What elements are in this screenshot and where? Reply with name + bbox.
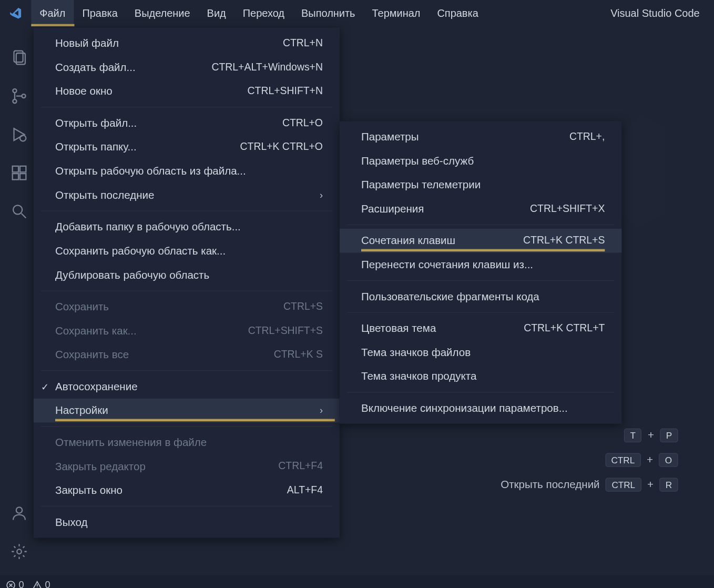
menu-item-label: Выход [55,516,87,529]
menu-item[interactable]: Дублировать рабочую область [34,263,340,287]
menu-help[interactable]: Справка [429,0,486,26]
menu-view[interactable]: Вид [199,0,234,26]
menu-go[interactable]: Переход [234,0,293,26]
menu-item-label: Сочетания клавиш [361,235,455,247]
menu-item-label: Тема значков продукта [361,370,476,383]
menu-separator [347,312,615,312]
menu-item[interactable]: Новое окноCTRL+SHIFT+N [34,79,340,104]
menu-item-label: Расширения [361,202,424,215]
menu-separator [41,211,333,211]
menu-item-shortcut: CTRL+S [283,301,323,313]
menu-item-shortcut: CTRL+N [283,37,323,49]
accounts-icon[interactable] [0,494,38,532]
plus-icon: + [647,454,653,467]
status-errors-count: 0 [18,580,24,588]
menu-item[interactable]: Тема значков файлов [340,340,621,364]
hint-label: Открыть последний [501,479,599,491]
menu-item-label: Цветовая тема [361,322,436,334]
menu-separator [347,280,615,281]
menu-item-label: Пользовательские фрагменты кода [361,290,539,303]
menu-item[interactable]: Параметры телеметрии [340,173,621,197]
menu-item-shortcut: CTRL+K CTRL+O [240,141,323,153]
welcome-hints: T + P CTRL + O Открыть последний CTRL + … [501,429,678,492]
menu-item-label: Автосохранение [55,380,138,393]
menu-item[interactable]: Открыть папку...CTRL+K CTRL+O [34,135,340,159]
check-icon: ✓ [41,381,49,392]
menu-item-shortcut: CTRL+K CTRL+T [524,322,605,334]
menu-item-label: Сохранить как... [55,325,137,337]
menu-separator [41,426,333,427]
key-ctrl: CTRL [605,453,641,467]
statusbar: 0 0 [0,575,714,588]
svg-point-5 [20,135,26,141]
menu-item-label: Включение синхронизации параметров... [361,402,568,414]
menu-item[interactable]: Цветовая темаCTRL+K CTRL+T [340,316,621,340]
menu-item[interactable]: Добавить папку в рабочую область... [34,215,340,239]
menu-item[interactable]: ПараметрыCTRL+, [340,125,621,149]
menu-item[interactable]: ✓Автосохранение [34,374,340,399]
menu-terminal[interactable]: Терминал [363,0,429,26]
svg-rect-9 [20,174,26,179]
menu-item-label: Открыть папку... [55,141,137,154]
menu-item-label: Отменить изменения в файле [55,436,207,449]
menu-item-shortcut: CTRL+ALT+Windows+N [211,61,323,73]
key-o: O [659,453,678,467]
menu-item[interactable]: Открыть последние› [34,183,340,207]
menu-item-shortcut: CTRL+K CTRL+S [523,235,605,247]
search-icon[interactable] [0,192,38,230]
menu-item-shortcut: CTRL+K S [274,349,323,361]
menu-item-label: Закрыть окно [55,484,123,496]
menu-run[interactable]: Выполнить [293,0,364,26]
menu-edit[interactable]: Правка [74,0,126,26]
menu-item[interactable]: Создать файл...CTRL+ALT+Windows+N [34,55,340,79]
menu-item: Закрыть редакторCTRL+F4 [34,454,340,479]
menu-item-label: Открыть последние [55,189,154,201]
settings-gear-icon[interactable] [0,532,38,571]
menu-item[interactable]: Сочетания клавишCTRL+K CTRL+S [340,229,621,253]
file-menu-dropdown: Новый файлCTRL+NСоздать файл...CTRL+ALT+… [34,27,340,538]
status-errors[interactable]: 0 [6,580,24,588]
menu-item-label: Сохранить все [55,348,129,361]
run-debug-icon[interactable] [0,115,38,154]
menu-item[interactable]: Новый файлCTRL+N [34,31,340,55]
menu-file[interactable]: Файл [31,0,74,26]
menu-item[interactable]: Открыть рабочую область из файла... [34,159,340,183]
svg-point-2 [13,89,16,93]
menu-item[interactable]: Открыть файл...CTRL+O [34,111,340,135]
menu-item[interactable]: Пользовательские фрагменты кода [340,285,621,309]
key-p: P [660,429,678,442]
extensions-icon[interactable] [0,154,38,192]
menu-item-shortcut: CTRL+F4 [278,460,323,472]
menu-item: Отменить изменения в файле [34,430,340,454]
menu-item-label: Параметры веб-служб [361,155,474,167]
menu-item[interactable]: Тема значков продукта [340,364,621,389]
key-t: T [624,429,641,442]
hint-row: CTRL + O [605,453,678,467]
menu-item[interactable]: Параметры веб-служб [340,149,621,173]
menu-item[interactable]: Перенести сочетания клавиш из... [340,252,621,277]
status-warnings[interactable]: 0 [33,580,50,588]
chevron-right-icon: › [320,190,323,201]
menu-item[interactable]: РасширенияCTRL+SHIFT+X [340,197,621,221]
menu-item-shortcut: CTRL+O [282,117,323,129]
titlebar: Файл Правка Выделение Вид Переход Выполн… [0,0,714,26]
menu-item-label: Закрыть редактор [55,460,146,473]
highlight-underline [55,419,335,422]
svg-point-4 [22,94,26,98]
menu-selection[interactable]: Выделение [126,0,199,26]
warning-icon [33,581,42,588]
source-control-icon[interactable] [0,77,38,115]
activitybar [0,26,38,575]
menubar: Файл Правка Выделение Вид Переход Выполн… [31,0,486,26]
menu-item[interactable]: Включение синхронизации параметров... [340,396,621,420]
menu-item[interactable]: Закрыть окноALT+F4 [34,479,340,503]
menu-separator [347,225,615,225]
menu-item-shortcut: CTRL+SHIFT+X [530,203,605,215]
menu-item-label: Параметры телеметрии [361,179,481,191]
menu-item[interactable]: Настройки› [34,399,340,423]
explorer-icon[interactable] [0,38,38,77]
menu-item[interactable]: Сохранить рабочую область как... [34,239,340,263]
hint-open-recent: Открыть последний CTRL + R [501,478,678,491]
menu-item-label: Сохранить [55,300,109,313]
menu-item[interactable]: Выход [34,510,340,534]
